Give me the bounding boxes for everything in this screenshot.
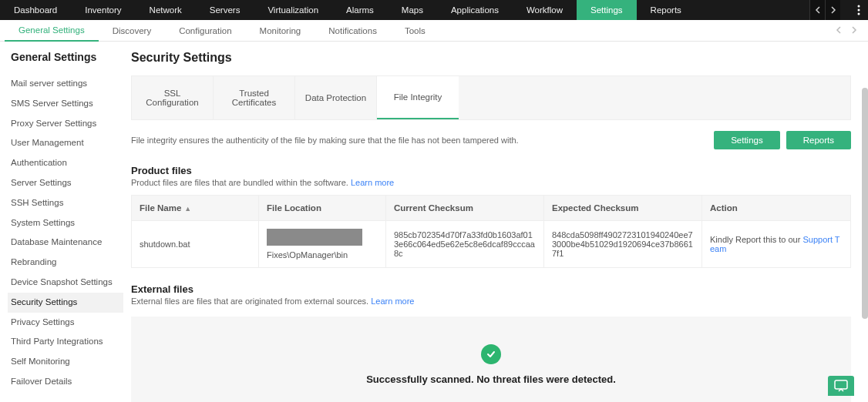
sidebar-item-privacy-settings[interactable]: Privacy Settings xyxy=(8,313,123,333)
success-check-icon xyxy=(481,344,501,364)
reports-button[interactable]: Reports xyxy=(786,131,851,149)
cell-file-location-text: Fixes\OpManager\bin xyxy=(267,250,348,260)
scan-success-message: Successfully scanned. No threat files we… xyxy=(139,374,843,385)
page-title: Security Settings xyxy=(131,51,851,65)
external-files-heading: External files xyxy=(131,283,851,295)
external-files-description: External files are files that are origin… xyxy=(131,296,851,306)
nav-virtualization[interactable]: Virtualization xyxy=(254,0,332,20)
tab-trusted-certificates[interactable]: Trusted Certificates xyxy=(214,76,295,119)
sidebar-item-ssh-settings[interactable]: SSH Settings xyxy=(8,193,123,213)
svg-point-1 xyxy=(858,9,860,12)
cell-file-name: shutdown.bat xyxy=(132,221,259,268)
subnav-next-icon[interactable] xyxy=(848,25,860,36)
product-files-description: Product files are files that are bundled… xyxy=(131,178,851,187)
tab-label: Certificates xyxy=(214,98,294,107)
sidebar-item-rebranding[interactable]: Rebranding xyxy=(8,253,123,273)
sidebar-title: General Settings xyxy=(11,51,123,63)
product-files-desc-text: Product files are files that are bundled… xyxy=(131,178,351,187)
external-learn-more-link[interactable]: Learn more xyxy=(371,296,414,306)
svg-point-0 xyxy=(858,5,860,8)
cell-file-location: Fixes\OpManager\bin xyxy=(259,221,386,268)
nav-prev-icon[interactable] xyxy=(809,0,825,20)
nav-dashboard[interactable]: Dashboard xyxy=(0,0,71,20)
product-files-table: File Name▲ File Location Current Checksu… xyxy=(131,195,851,268)
file-integrity-description: File integrity ensures the authenticity … xyxy=(131,134,519,147)
sidebar-item-self-monitoring[interactable]: Self Monitoring xyxy=(8,352,123,372)
cell-action-text: Kindly Report this to our xyxy=(710,235,802,244)
external-files-status-panel: Successfully scanned. No threat files we… xyxy=(131,317,851,402)
nav-network[interactable]: Network xyxy=(136,0,196,20)
sidebar-item-user-management[interactable]: User Management xyxy=(8,133,123,153)
cell-expected-checksum: 848cda5098ff4902723101940240ee73000be4b5… xyxy=(544,221,702,268)
product-files-heading: Product files xyxy=(131,165,851,176)
cell-action: Kindly Report this to our Support Team xyxy=(702,221,851,268)
kebab-menu-icon[interactable] xyxy=(849,0,868,20)
tab-label: File Integrity xyxy=(377,92,459,102)
sidebar-item-database-maintenance[interactable]: Database Maintenance xyxy=(8,233,123,253)
sidebar-item-proxy-server[interactable]: Proxy Server Settings xyxy=(8,114,123,134)
nav-alarms[interactable]: Alarms xyxy=(332,0,388,20)
tab-label: Data Protection xyxy=(295,93,376,102)
subnav-general-settings[interactable]: General Settings xyxy=(5,20,99,42)
main-content: Security Settings SSL Configuration Trus… xyxy=(123,42,868,402)
settings-button[interactable]: Settings xyxy=(714,131,780,149)
subnav-notifications[interactable]: Notifications xyxy=(315,20,391,42)
subnav-discovery[interactable]: Discovery xyxy=(99,20,165,42)
col-current-checksum[interactable]: Current Checksum xyxy=(386,196,544,221)
sort-icon: ▲ xyxy=(184,205,191,213)
col-file-location[interactable]: File Location xyxy=(259,196,386,221)
scroll-thumb[interactable] xyxy=(862,88,868,319)
col-expected-checksum[interactable]: Expected Checksum xyxy=(544,196,702,221)
sidebar-item-mail-server[interactable]: Mail server settings xyxy=(8,74,123,94)
nav-settings[interactable]: Settings xyxy=(577,0,637,20)
subnav-prev-icon[interactable] xyxy=(833,25,845,36)
sidebar-item-security-settings[interactable]: Security Settings xyxy=(8,293,123,313)
svg-point-2 xyxy=(858,13,860,15)
sub-nav: General Settings Discovery Configuration… xyxy=(0,20,868,42)
sidebar-item-server-settings[interactable]: Server Settings xyxy=(8,173,123,193)
nav-reports[interactable]: Reports xyxy=(637,0,695,20)
top-nav: Dashboard Inventory Network Servers Virt… xyxy=(0,0,868,20)
sidebar: General Settings Mail server settings SM… xyxy=(0,42,123,402)
col-file-name-label: File Name xyxy=(140,203,181,213)
external-files-desc-text: External files are files that are origin… xyxy=(131,296,371,306)
redacted-block xyxy=(267,229,362,246)
sidebar-item-third-party[interactable]: Third Party Integrations xyxy=(8,332,123,352)
subnav-tools[interactable]: Tools xyxy=(391,20,439,42)
nav-next-icon[interactable] xyxy=(825,0,840,20)
col-file-name[interactable]: File Name▲ xyxy=(132,196,259,221)
col-action[interactable]: Action xyxy=(702,196,851,221)
tab-ssl-configuration[interactable]: SSL Configuration xyxy=(132,76,214,119)
nav-servers[interactable]: Servers xyxy=(196,0,254,20)
sidebar-item-device-snapshot[interactable]: Device Snapshot Settings xyxy=(8,273,123,293)
tab-file-integrity[interactable]: File Integrity xyxy=(377,76,459,119)
tab-label: Trusted xyxy=(214,89,294,98)
subnav-monitoring[interactable]: Monitoring xyxy=(246,20,315,42)
table-row: shutdown.bat Fixes\OpManager\bin 985cb70… xyxy=(132,221,851,268)
nav-workflow[interactable]: Workflow xyxy=(513,0,577,20)
nav-applications[interactable]: Applications xyxy=(437,0,513,20)
sidebar-item-system-settings[interactable]: System Settings xyxy=(8,213,123,233)
sidebar-item-failover-details[interactable]: Failover Details xyxy=(8,372,123,392)
sidebar-item-sms-server[interactable]: SMS Server Settings xyxy=(8,94,123,114)
nav-inventory[interactable]: Inventory xyxy=(71,0,135,20)
svg-rect-3 xyxy=(835,380,847,389)
product-learn-more-link[interactable]: Learn more xyxy=(351,178,394,187)
help-fab-icon[interactable] xyxy=(828,376,854,396)
tab-data-protection[interactable]: Data Protection xyxy=(295,76,377,119)
security-tabs: SSL Configuration Trusted Certificates D… xyxy=(131,75,851,120)
subnav-configuration[interactable]: Configuration xyxy=(165,20,245,42)
tab-label: Configuration xyxy=(132,98,213,107)
sidebar-item-authentication[interactable]: Authentication xyxy=(8,153,123,173)
scrollbar[interactable] xyxy=(862,88,868,402)
nav-maps[interactable]: Maps xyxy=(388,0,437,20)
cell-current-checksum: 985cb702354d70f7a33fd0b1603af013e66c064e… xyxy=(386,221,544,268)
tab-label: SSL xyxy=(132,89,213,98)
